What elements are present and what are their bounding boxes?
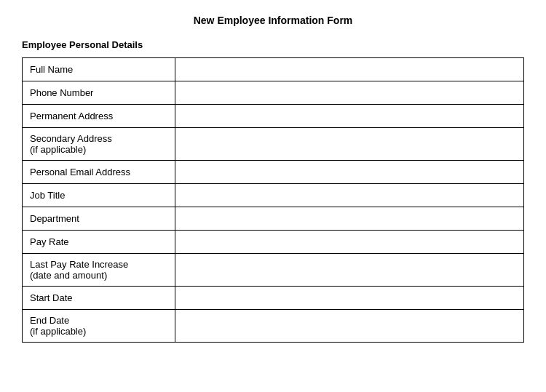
label-personal-email: Personal Email Address (23, 161, 175, 184)
page-title: New Employee Information Form (22, 15, 524, 26)
form-row-permanent-address: Permanent Address (23, 105, 524, 128)
label-pay-rate: Pay Rate (23, 231, 175, 254)
value-start-date[interactable] (175, 287, 524, 310)
value-department[interactable] (175, 207, 524, 231)
label-full-name: Full Name (23, 58, 175, 81)
value-secondary-address[interactable] (175, 128, 524, 161)
form-row-secondary-address: Secondary Address(if applicable) (23, 128, 524, 161)
form-row-pay-rate: Pay Rate (23, 231, 524, 254)
form-row-full-name: Full Name (23, 58, 524, 81)
value-pay-rate[interactable] (175, 231, 524, 254)
employee-form-table: Full NamePhone NumberPermanent AddressSe… (22, 57, 524, 343)
form-row-start-date: Start Date (23, 287, 524, 310)
label-start-date: Start Date (23, 287, 175, 310)
form-row-phone-number: Phone Number (23, 81, 524, 105)
value-phone-number[interactable] (175, 81, 524, 105)
form-row-department: Department (23, 207, 524, 231)
form-row-end-date: End Date(if applicable) (23, 310, 524, 343)
form-row-last-pay-rate: Last Pay Rate Increase(date and amount) (23, 254, 524, 287)
label-end-date: End Date(if applicable) (23, 310, 175, 343)
value-end-date[interactable] (175, 310, 524, 343)
label-phone-number: Phone Number (23, 81, 175, 105)
label-permanent-address: Permanent Address (23, 105, 175, 128)
value-job-title[interactable] (175, 184, 524, 207)
value-full-name[interactable] (175, 58, 524, 81)
value-last-pay-rate[interactable] (175, 254, 524, 287)
section-title: Employee Personal Details (22, 39, 524, 50)
label-secondary-address: Secondary Address(if applicable) (23, 128, 175, 161)
label-last-pay-rate: Last Pay Rate Increase(date and amount) (23, 254, 175, 287)
form-row-personal-email: Personal Email Address (23, 161, 524, 184)
label-department: Department (23, 207, 175, 231)
form-row-job-title: Job Title (23, 184, 524, 207)
value-personal-email[interactable] (175, 161, 524, 184)
value-permanent-address[interactable] (175, 105, 524, 128)
label-job-title: Job Title (23, 184, 175, 207)
